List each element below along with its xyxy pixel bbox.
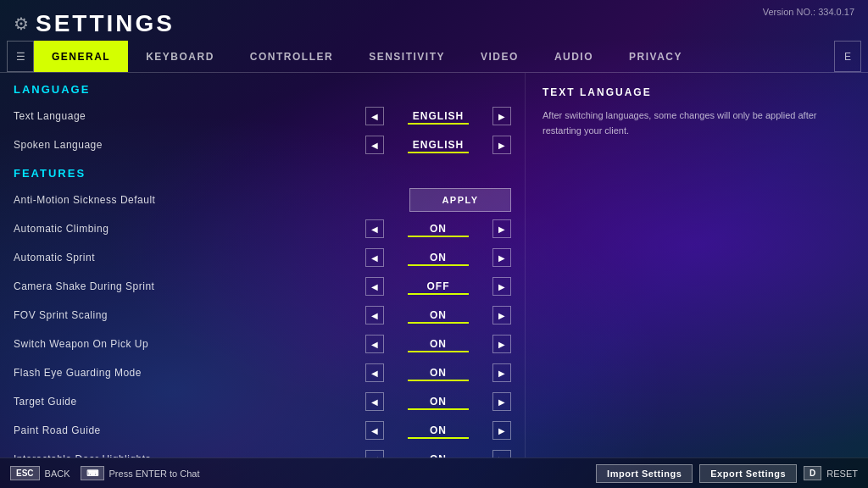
footer-right: Import Settings Export Settings D RESET [596,464,858,483]
camera-shake-prev[interactable]: ◀ [365,277,384,296]
tab-audio[interactable]: AUDIO [537,41,611,72]
target-guide-value: ON [387,396,489,408]
import-settings-button[interactable]: Import Settings [596,464,693,483]
text-language-next[interactable]: ▶ [492,107,511,125]
text-language-label: Text Language [14,110,365,122]
door-highlights-row: Interactable Door Highlights ◀ ON ▶ [14,446,511,458]
reset-label: RESET [826,469,858,479]
fov-sprint-control: ◀ ON ▶ [365,306,511,324]
flash-eye-next[interactable]: ▶ [492,363,511,382]
door-highlights-next[interactable]: ▶ [492,450,511,458]
features-section: FEATURES Anti-Motion Sickness Default AP… [14,167,511,458]
tab-general[interactable]: GENERAL [34,41,128,72]
camera-shake-row: Camera Shake During Sprint ◀ OFF ▶ [14,273,511,300]
tab-sensitivity[interactable]: SENSITIVITY [351,41,463,72]
left-panel: LANGUAGE Text Language ◀ ENGLISH ▶ Spoke… [0,73,526,458]
keyboard-icon: ⌨ [81,466,104,480]
target-guide-next[interactable]: ▶ [492,392,511,411]
version-info: Version NO.: 334.0.17 [763,7,854,17]
footer-left: ESC BACK ⌨ Press ENTER to Chat [10,466,200,480]
paint-road-next[interactable]: ▶ [492,421,511,440]
fov-sprint-next[interactable]: ▶ [492,306,511,324]
spoken-language-value: ENGLISH [387,139,489,151]
paint-road-prev[interactable]: ◀ [365,421,384,440]
back-button[interactable]: ESC BACK [10,466,70,480]
text-language-prev[interactable]: ◀ [365,107,384,125]
camera-shake-label: Camera Shake During Sprint [14,280,365,292]
auto-sprint-value: ON [387,252,489,263]
flash-eye-row: Flash Eye Guarding Mode ◀ ON ▶ [14,359,511,386]
auto-sprint-prev[interactable]: ◀ [365,248,384,267]
fov-sprint-prev[interactable]: ◀ [365,306,384,324]
target-guide-row: Target Guide ◀ ON ▶ [14,388,511,415]
switch-weapon-label: Switch Weapon On Pick Up [14,338,365,350]
chat-button: ⌨ Press ENTER to Chat [81,466,200,480]
flash-eye-value: ON [387,367,489,379]
settings-icon: ⚙ [14,14,29,34]
switch-weapon-row: Switch Weapon On Pick Up ◀ ON ▶ [14,330,511,358]
tab-keyboard[interactable]: KEYBOARD [128,41,232,72]
text-language-control: ◀ ENGLISH ▶ [365,107,511,125]
nav-left-icon[interactable]: ☰ [7,41,34,72]
fov-sprint-value: ON [387,309,489,321]
target-guide-control: ◀ ON ▶ [365,392,511,411]
anti-motion-apply[interactable]: APPLY [409,188,511,212]
spoken-language-label: Spoken Language [14,139,365,151]
auto-sprint-row: Automatic Sprint ◀ ON ▶ [14,244,511,271]
door-highlights-prev[interactable]: ◀ [365,450,384,458]
switch-weapon-control: ◀ ON ▶ [365,335,511,353]
esc-key-badge: ESC [10,466,40,480]
text-language-value: ENGLISH [387,110,489,122]
reset-button[interactable]: D RESET [804,466,858,480]
spoken-language-next[interactable]: ▶ [492,136,511,154]
spoken-language-row: Spoken Language ◀ ENGLISH ▶ [14,131,511,158]
nav-tabs: ☰ GENERAL KEYBOARD CONTROLLER SENSITIVIT… [0,41,868,73]
footer: ESC BACK ⌨ Press ENTER to Chat Import Se… [0,458,868,488]
anti-motion-control: APPLY [409,188,511,212]
tab-video[interactable]: VIDEO [463,41,537,72]
help-title: TEXT LANGUAGE [542,86,851,98]
door-highlights-value: ON [387,453,489,458]
fov-sprint-row: FOV Sprint Scaling ◀ ON ▶ [14,302,511,329]
auto-sprint-label: Automatic Sprint [14,252,365,263]
auto-climbing-prev[interactable]: ◀ [365,219,384,238]
auto-climbing-value: ON [387,223,489,235]
features-section-title: FEATURES [14,167,511,180]
tab-controller[interactable]: CONTROLLER [232,41,351,72]
nav-right-icon[interactable]: E [834,41,861,72]
flash-eye-label: Flash Eye Guarding Mode [14,367,365,379]
auto-climbing-control: ◀ ON ▶ [365,219,511,238]
target-guide-label: Target Guide [14,396,365,408]
flash-eye-prev[interactable]: ◀ [365,363,384,382]
header: ⚙ SETTINGS Version NO.: 334.0.17 [0,0,868,41]
anti-motion-label: Anti-Motion Sickness Default [14,194,409,206]
auto-climbing-label: Automatic Climbing [14,223,365,235]
door-highlights-control: ◀ ON ▶ [365,450,511,458]
camera-shake-value: OFF [387,280,489,292]
auto-climbing-next[interactable]: ▶ [492,219,511,238]
language-section-title: LANGUAGE [14,83,511,96]
page-title: SETTINGS [36,10,175,37]
auto-sprint-next[interactable]: ▶ [492,248,511,267]
anti-motion-row: Anti-Motion Sickness Default APPLY [14,186,511,214]
export-settings-button[interactable]: Export Settings [699,464,797,483]
target-guide-prev[interactable]: ◀ [365,392,384,411]
language-section: LANGUAGE Text Language ◀ ENGLISH ▶ Spoke… [14,83,511,158]
switch-weapon-prev[interactable]: ◀ [365,335,384,353]
switch-weapon-next[interactable]: ▶ [492,335,511,353]
paint-road-row: Paint Road Guide ◀ ON ▶ [14,417,511,444]
flash-eye-control: ◀ ON ▶ [365,363,511,382]
paint-road-value: ON [387,424,489,436]
fov-sprint-label: FOV Sprint Scaling [14,309,365,321]
right-panel: TEXT LANGUAGE After switching languages,… [526,73,868,458]
main-content: LANGUAGE Text Language ◀ ENGLISH ▶ Spoke… [0,73,868,458]
tab-privacy[interactable]: PRIVACY [611,41,700,72]
auto-sprint-control: ◀ ON ▶ [365,248,511,267]
paint-road-label: Paint Road Guide [14,424,365,436]
help-text: After switching languages, some changes … [542,108,851,138]
spoken-language-control: ◀ ENGLISH ▶ [365,136,511,154]
back-label: BACK [45,469,70,479]
switch-weapon-value: ON [387,338,489,350]
spoken-language-prev[interactable]: ◀ [365,136,384,154]
camera-shake-next[interactable]: ▶ [492,277,511,296]
